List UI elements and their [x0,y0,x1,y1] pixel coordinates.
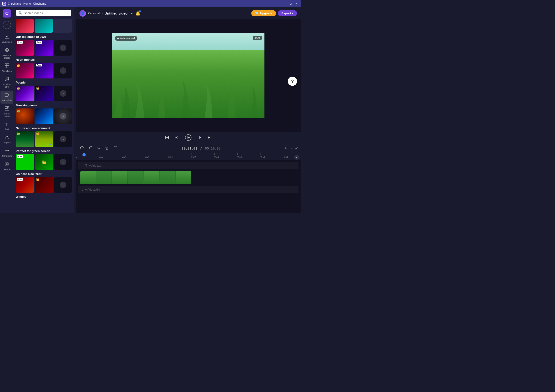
ruler-line [261,153,261,155]
svg-marker-18 [166,136,169,139]
sidebar-item-stock-video[interactable]: Stock video [0,91,13,104]
thumb-news-more[interactable]: › [54,108,72,124]
upgrade-diamond-icon: 💎 [255,12,259,15]
search-icon: 🔍 [18,11,22,15]
skip-back-button[interactable] [165,135,169,140]
breadcrumb-dots-menu[interactable]: ⋯ [129,11,133,16]
add-audio-area[interactable]: ♪ + Add audio [78,186,298,193]
thumb-top-stock-2[interactable]: Free [35,40,54,56]
thumb-top-stock-1[interactable]: Free [16,40,34,56]
thumb-neon-1[interactable]: 👑 [16,63,34,78]
upgrade-button[interactable]: 💎 Upgrade [251,10,276,16]
ratio-badge: 16:9 [253,36,262,40]
search-input-wrap[interactable]: 🔍 [16,10,71,16]
top-thumb-cyan[interactable] [35,19,53,33]
redo-button[interactable] [87,145,94,152]
svg-rect-25 [211,136,211,139]
music-sfx-icon [4,77,9,83]
sidebar-label-brand-kit: Brand kit [3,168,11,171]
thumb-people-more[interactable]: › [54,86,72,101]
thumb-news-2[interactable] [35,108,54,124]
thumb-green-more[interactable]: › [54,154,72,170]
more-arrow-3: › [60,90,66,97]
breadcrumb-video-title[interactable]: Untitled video [105,11,127,15]
top-thumb-red[interactable] [16,19,34,33]
stock-scroll[interactable]: Our top stock of 2021 Free Free › Neon t… [14,18,74,213]
forward-button[interactable]: 5 [197,135,202,140]
video-clip[interactable] [80,171,191,184]
ruler-line [122,153,122,155]
sidebar-item-brand-kit[interactable]: Brand kit [0,160,13,173]
timeline-area[interactable]: 0 0:02 0:04 0:06 [76,153,301,213]
zoom-in-button[interactable]: + [283,146,288,151]
breadcrumb-personal[interactable]: Personal [88,12,100,15]
help-button[interactable]: ? [288,77,297,86]
resize-handle[interactable]: · · · [74,7,76,213]
upgrade-label: Upgrade [260,12,272,15]
sidebar-item-text[interactable]: T Text [0,120,13,132]
close-button[interactable]: ✕ [294,1,298,6]
ruler-mark-4: 0:04 [122,153,126,158]
zoom-out-button[interactable]: − [289,146,294,151]
bell-icon[interactable]: 🔔 [135,11,140,16]
timeline-collapse-button[interactable]: ▲ [294,155,299,160]
sidebar-label-graphics: Graphics [3,142,11,144]
thumb-nature-more[interactable]: › [54,131,72,147]
cut-button[interactable]: ✂ [96,145,102,151]
sidebar-item-templates[interactable]: Templates [0,61,13,74]
app-logo[interactable]: C [3,9,11,18]
expand-timeline-button[interactable]: ⤢ [295,146,298,150]
add-text-area[interactable]: T + Add text [78,162,298,169]
svg-marker-28 [91,147,92,149]
play-button[interactable] [185,134,191,141]
svg-text:C: C [3,3,5,5]
section-people-title: People [16,81,72,84]
ruler-line [145,153,145,155]
sidebar-item-stock-images[interactable]: Stock images [0,104,13,120]
add-audio-label: + Add audio [85,188,100,191]
thumb-people-2[interactable]: 👑 [35,86,54,101]
undo-button[interactable] [79,145,86,152]
skip-forward-button[interactable] [207,135,212,140]
thumb-cny-1[interactable]: Free [16,177,34,193]
thumb-neon-2[interactable]: Free [35,63,54,78]
search-input[interactable] [24,11,69,15]
ruler-mark-18: 0:18 [284,153,288,158]
timeline-playhead[interactable] [84,153,84,213]
top-thumb-dark[interactable] [54,19,72,33]
ruler-line [168,153,168,155]
minimize-button[interactable]: ─ [283,1,287,6]
thumb-nature-1[interactable]: 👑 [16,131,34,147]
delete-button[interactable]: 🗑 [104,145,110,151]
more-arrow-4: › [60,113,66,120]
badge-crown-4: 👑 [17,109,20,113]
sidebar-label-stock-images: Stock images [1,113,13,118]
total-time: 00:10.03 [205,147,220,150]
detach-audio-button[interactable] [112,145,119,152]
svg-marker-14 [5,135,9,139]
thumb-people-1[interactable]: 👑 [16,86,34,101]
thumb-news-1[interactable]: 👑 [16,108,34,124]
ruler-line [191,153,191,155]
thumb-green-1[interactable]: Free [16,154,34,170]
thumb-cny-2[interactable]: 👑 [35,177,54,193]
restore-button[interactable]: ☐ [288,1,293,6]
badge-crown-2: 👑 [17,86,20,90]
stock-images-icon [4,106,9,112]
thumb-green-2[interactable]: 👑 [35,154,54,170]
export-button[interactable]: Export ▾ [278,10,297,16]
sidebar-item-record-create[interactable]: Record & create [0,46,13,61]
add-text-label: + Add text [89,164,102,167]
sidebar-item-music-sfx[interactable]: Music & SFX [0,75,13,90]
ruler-marks: 0 0:02 0:04 0:06 [76,153,301,160]
add-button[interactable]: + [3,21,11,29]
thumb-neon-more[interactable]: › [54,63,72,78]
thumb-nature-2[interactable]: 👑 ✓ [35,131,54,147]
sidebar-item-graphics[interactable]: Graphics [0,133,13,146]
rewind-button[interactable]: 5 [175,135,179,140]
sidebar-item-your-media[interactable]: Your media [0,32,13,45]
sidebar-item-transitions[interactable]: Transitions [0,146,13,159]
thumb-cny-more[interactable]: › [54,177,72,193]
badge-free-1: Free [17,41,23,44]
thumb-top-stock-more[interactable]: › [54,40,72,56]
